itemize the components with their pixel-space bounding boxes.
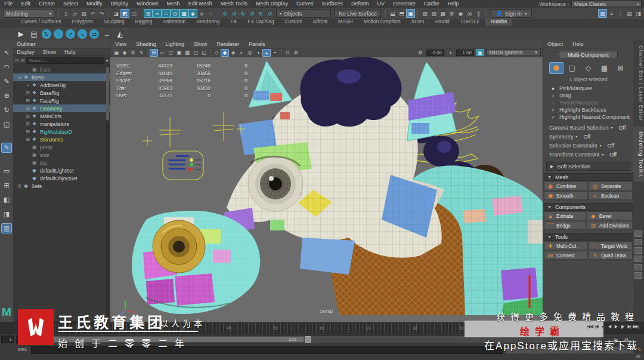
menu-item[interactable]: Deform — [347, 0, 373, 8]
menu-item[interactable]: Surfaces — [318, 0, 348, 8]
panel-icon[interactable] — [634, 264, 642, 270]
bridge-button[interactable]: ⌒ Bridge — [544, 221, 586, 230]
outliner-menu-item[interactable]: Help — [61, 49, 79, 55]
add-divisions-button[interactable]: ⊞ Add Divisions — [587, 221, 633, 230]
target-weld-button[interactable]: ∷ Target Weld — [589, 241, 633, 250]
expander-icon[interactable]: ⊞ — [25, 113, 30, 119]
go-to-end-button[interactable]: ▶▶| — [633, 324, 639, 329]
outliner-row[interactable]: • ❖ AdditiveRig — [13, 81, 110, 89]
film-gate-icon[interactable]: ▭ — [158, 49, 166, 57]
outliner-row[interactable]: ▣ front — [13, 66, 110, 73]
drag-radio[interactable]: ○ Drag — [543, 92, 633, 99]
viewport-menu-item[interactable]: Show — [189, 41, 212, 47]
separator[interactable] — [281, 50, 281, 56]
shelf-tab[interactable]: Animation — [157, 18, 191, 26]
paint-select-tool-icon[interactable]: ✎ — [1, 76, 12, 87]
ssao-icon[interactable]: ◒ — [262, 49, 271, 57]
quad-draw-button[interactable]: ✎ Quad Draw — [589, 251, 633, 260]
lighting-icon[interactable]: ◎ — [246, 49, 254, 57]
menu-item[interactable]: Mesh Tools — [216, 0, 252, 8]
viewport-menu-item[interactable]: Renderer — [212, 41, 244, 47]
outliner-row[interactable]: ⊞ ❖ FaceRig — [13, 97, 110, 104]
outliner-search-input[interactable] — [26, 57, 104, 64]
object-mode-icon[interactable]: ⬢ — [549, 62, 564, 74]
separator[interactable] — [147, 50, 148, 56]
menu-item[interactable]: Create — [35, 0, 59, 8]
shelf-tab[interactable]: XGen — [406, 18, 430, 26]
step-forward-frame-button[interactable]: ▶| — [626, 324, 632, 329]
command-language-label[interactable]: MEL — [18, 347, 27, 352]
multi-component-button[interactable]: Multi-Component — [559, 51, 618, 59]
outliner-scrollbar[interactable] — [106, 66, 109, 319]
play-forwards-button[interactable]: ▶ — [613, 324, 619, 329]
shelf-mirror-icon[interactable]: ◭ — [114, 29, 125, 39]
shelf-tab[interactable]: Custom — [280, 18, 308, 26]
chevron-down-icon[interactable]: ▾ — [106, 59, 108, 63]
exposure-field[interactable]: 0.00 — [426, 50, 444, 56]
shelf-arrow-icon[interactable]: → — [101, 29, 112, 39]
step-forward-key-button[interactable]: |▶ — [620, 324, 626, 329]
viewport-menu-item[interactable]: Shading — [131, 41, 160, 47]
split-right-layout-icon[interactable]: ◨ — [1, 209, 12, 219]
vertex-mode-icon[interactable]: ▢ — [565, 62, 580, 74]
anim-start-field[interactable]: 1 — [1, 336, 14, 343]
menu-item[interactable]: Edit Mesh — [184, 0, 216, 8]
sidebar-toggle-outliner-icon[interactable]: ◨ — [634, 9, 643, 18]
outliner-row[interactable]: ⊞ ❖ SkinJoints — [13, 136, 110, 143]
outliner-menu-item[interactable]: Show — [39, 49, 60, 55]
four-pane-layout-icon[interactable]: ⊞ — [1, 180, 12, 190]
custom-layout-icon[interactable]: ▥ — [1, 223, 12, 233]
expander-icon[interactable]: ⊞ — [25, 137, 30, 142]
panel-icon[interactable] — [634, 239, 642, 245]
components-section-header[interactable]: ▼ Components — [543, 203, 633, 211]
shelf-tab[interactable]: Sculpting — [98, 18, 130, 26]
xray-icon[interactable]: ⊗ — [292, 49, 300, 57]
sidebar-toggle-tool-settings-icon[interactable]: ⋮ — [616, 9, 625, 18]
shelf-tab[interactable]: Arnold — [429, 18, 455, 26]
edge-mode-icon[interactable]: ◇ — [581, 62, 596, 74]
shelf-tab[interactable]: FX — [225, 18, 242, 26]
safe-title-icon[interactable]: ◱ — [200, 49, 208, 57]
lock-camera-icon[interactable]: ◆ — [120, 49, 129, 57]
outliner-row[interactable]: ⊞ ❖ BaseRig — [13, 89, 110, 97]
menu-item[interactable]: Display — [107, 0, 133, 8]
view-transform-dropdown[interactable]: sRGB gamma ▼ — [486, 49, 541, 56]
select-camera-icon[interactable]: ▣ — [112, 49, 120, 57]
outliner-row[interactable]: ⊞ ◉ Sets — [13, 182, 110, 190]
menu-item[interactable]: Help — [444, 0, 463, 8]
textured-icon[interactable]: ◈ — [229, 49, 237, 57]
workspace-dropdown[interactable]: Maya Classic ▾ — [571, 1, 642, 7]
multi-cut-button[interactable]: ✚ Multi-Cut — [544, 241, 588, 250]
range-handle[interactable] — [305, 336, 311, 343]
separator[interactable] — [210, 50, 210, 56]
connect-button[interactable]: ⋈ Connect — [544, 251, 588, 260]
viewport-panel[interactable]: ViewShadingLightingShowRendererPanels ▣◆… — [110, 41, 543, 322]
scale-tool-icon[interactable]: ◱ — [1, 119, 12, 130]
select-tool-icon[interactable]: ↖ — [1, 48, 12, 58]
gamma-field[interactable]: 1.00 — [456, 50, 474, 56]
shelf-export-icon[interactable]: ▤ — [29, 29, 39, 39]
spacer[interactable] — [1, 157, 12, 162]
go-to-start-button[interactable]: |◀◀ — [587, 324, 593, 329]
expander-icon[interactable]: ⊞ — [25, 90, 30, 96]
sidebar-toggle-modeling-toolkit-icon[interactable]: ▥ — [598, 9, 607, 18]
viewport-menu-item[interactable]: View — [110, 41, 131, 47]
symmetry-dropdown[interactable]: Symmetry ▾ Off — [543, 132, 633, 141]
outliner-row[interactable]: ▣ side — [13, 151, 110, 159]
horse-eye[interactable] — [248, 156, 303, 211]
transform-constraint-dropdown[interactable]: Transform Constraint ▾ Off — [543, 150, 633, 159]
menu-item[interactable]: Mesh — [163, 0, 184, 8]
expander-icon[interactable]: ⊞ — [25, 106, 30, 111]
shelf-tab[interactable]: Rumba — [485, 18, 512, 26]
panel-icon[interactable] — [634, 247, 642, 254]
outliner-row[interactable]: ◉ defaultLightSet — [13, 167, 110, 174]
boolean-button[interactable]: ◐ Boolean — [589, 191, 633, 200]
outliner-row[interactable]: ◉ defaultObjectSet — [13, 174, 110, 182]
expander-icon[interactable]: ⊞ — [17, 183, 22, 189]
shadows-icon[interactable]: ◑ — [254, 49, 262, 57]
menu-item[interactable]: Edit — [17, 0, 35, 8]
color-management-toggle-icon[interactable]: ▦ — [476, 49, 484, 56]
tab-channel-box-layer-editor[interactable]: Channel Box / Layer Editor — [633, 41, 644, 127]
toolkit-menu-item[interactable]: Help — [568, 41, 588, 47]
shelf-tab[interactable]: TURTLE — [455, 18, 485, 26]
